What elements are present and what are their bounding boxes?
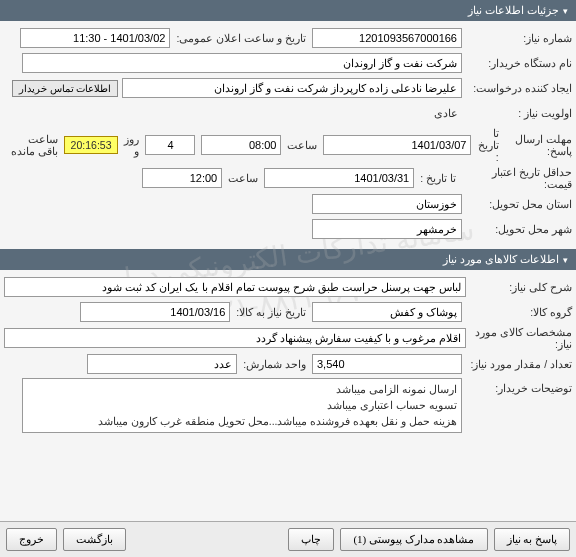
deadline-label: مهلت ارسال پاسخ: xyxy=(505,133,572,157)
section-header-need-details: ▾ جزئیات اطلاعات نیاز xyxy=(0,0,576,21)
group-label: گروه کالا: xyxy=(462,306,572,318)
notes-line: ارسال نمونه الزامی میباشد xyxy=(27,382,457,398)
validity-date-field[interactable] xyxy=(264,168,414,188)
notes-line: هزینه حمل و نقل بعهده فروشنده میباشد...م… xyxy=(27,414,457,430)
respond-button[interactable]: پاسخ به نیاز xyxy=(494,528,571,551)
announce-label: تاریخ و ساعت اعلان عمومی: xyxy=(170,32,312,44)
chevron-down-icon: ▾ xyxy=(563,255,568,265)
need-form: شماره نیاز: تاریخ و ساعت اعلان عمومی: نا… xyxy=(0,21,576,249)
time-label-2: ساعت xyxy=(222,172,264,184)
time-label-1: ساعت xyxy=(281,139,323,151)
days-and-label: روز و xyxy=(118,133,145,157)
attachments-button[interactable]: مشاهده مدارک پیوستی (1) xyxy=(340,528,487,551)
validity-time-field[interactable] xyxy=(142,168,222,188)
chevron-down-icon: ▾ xyxy=(563,6,568,16)
desc-label: شرح کلی نیاز: xyxy=(466,281,572,293)
need-date-label: تاریخ نیاز به کالا: xyxy=(230,306,312,318)
city-label: شهر محل تحویل: xyxy=(462,223,572,235)
priority-value: عادی xyxy=(434,107,462,119)
qty-label: تعداد / مقدار مورد نیاز: xyxy=(462,358,572,370)
desc-field[interactable] xyxy=(4,277,466,297)
spec-field[interactable] xyxy=(4,328,466,348)
section-header-goods: ▾ اطلاعات کالاهای مورد نیاز xyxy=(0,249,576,270)
need-date-field[interactable] xyxy=(80,302,230,322)
exit-button[interactable]: خروج xyxy=(6,528,57,551)
section-title-goods: اطلاعات کالاهای مورد نیاز xyxy=(443,253,559,266)
province-label: استان محل تحویل: xyxy=(462,198,572,210)
province-field[interactable] xyxy=(312,194,462,214)
goods-form: شرح کلی نیاز: گروه کالا: تاریخ نیاز به ک… xyxy=(0,270,576,442)
need-number-field[interactable] xyxy=(312,28,462,48)
remaining-time-box: 20:16:53 xyxy=(64,136,119,154)
qty-field[interactable] xyxy=(312,354,462,374)
notes-line: تسویه حساب اعتباری میباشد xyxy=(27,398,457,414)
group-field[interactable] xyxy=(312,302,462,322)
creator-field[interactable] xyxy=(122,78,462,98)
buyer-field[interactable] xyxy=(22,53,462,73)
city-field[interactable] xyxy=(312,219,462,239)
need-number-label: شماره نیاز: xyxy=(462,32,572,44)
unit-field[interactable] xyxy=(87,354,237,374)
print-button[interactable]: چاپ xyxy=(288,528,334,551)
buyer-label: نام دستگاه خریدار: xyxy=(462,57,572,69)
remaining-text: ساعت باقی مانده xyxy=(4,133,64,157)
priority-label: اولویت نیاز : xyxy=(462,107,572,119)
announce-field[interactable] xyxy=(20,28,170,48)
footer-toolbar: پاسخ به نیاز مشاهده مدارک پیوستی (1) چاپ… xyxy=(0,521,576,557)
buyer-contact-button[interactable]: اطلاعات تماس خریدار xyxy=(12,80,118,97)
buyer-notes-field[interactable]: ارسال نمونه الزامی میباشد تسویه حساب اعت… xyxy=(22,378,462,433)
deadline-date-field[interactable] xyxy=(323,135,471,155)
validity-label: حداقل تاریخ اعتبار قیمت: xyxy=(462,166,572,190)
notes-label: توضیحات خریدار: xyxy=(462,378,572,394)
to-date-label-2: تا تاریخ : xyxy=(414,172,462,184)
back-button[interactable]: بازگشت xyxy=(63,528,126,551)
creator-label: ایجاد کننده درخواست: xyxy=(462,82,572,94)
to-date-label: تا تاریخ : xyxy=(471,127,504,163)
deadline-time-field[interactable] xyxy=(201,135,281,155)
section-title: جزئیات اطلاعات نیاز xyxy=(468,4,559,17)
unit-label: واحد شمارش: xyxy=(237,358,312,370)
days-field[interactable] xyxy=(145,135,195,155)
spec-label: مشخصات کالای مورد نیاز: xyxy=(466,326,572,350)
